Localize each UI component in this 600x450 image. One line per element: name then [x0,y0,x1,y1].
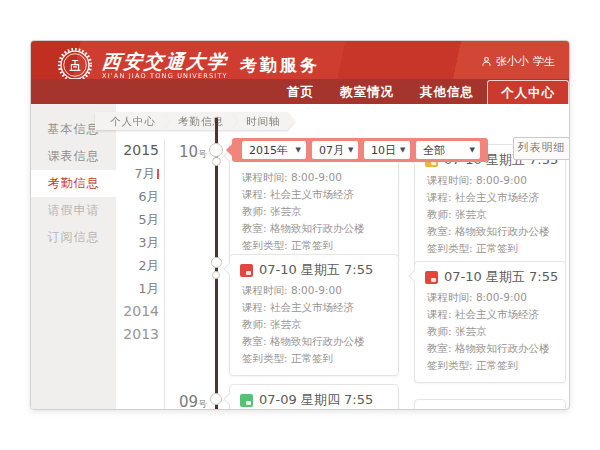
card-date-title: 07-10 星期五 7:55 [444,268,558,286]
card-fields: 课程时间: 8:00-9:00课程: 社会主义市场经济教师: 张芸京教室: 格物… [415,285,565,382]
card-field-label: 教师: [242,318,270,330]
card-field-line: 课程: 社会主义市场经济 [427,189,557,206]
timeline-scale-item[interactable]: 7月 [51,162,159,185]
card-field-label: 教师: [427,208,455,220]
card-field-label: 教师: [427,325,455,337]
app-header: 西安交通大学 XI'AN JIAO TONG UNIVERSITY 考勤服务 张… [31,41,569,104]
card-fields: 课程时间: 8:00-9:00课程: 社会主义市场经济教师: 张芸京教室: 格物… [415,168,565,265]
card-field-value: 社会主义市场经济 [455,191,539,203]
timeline-scale-item[interactable]: 6月 [51,185,159,208]
card-field-line: 签到类型: 正常签到 [242,350,390,367]
card-field-label: 教室: [242,335,270,347]
day-marker-10: 10号 [171,142,207,161]
main-nav: 首页教室情况其他信息个人中心 [31,79,569,104]
attendance-card: 07-09 星期四 7:55 课程时间: 8:00-9:00课程: 社会主义市场… [229,384,399,410]
app-title: 考勤服务 [240,54,320,77]
month-filter-dropdown[interactable]: 07月 ▼ [312,141,358,159]
card-field-value: 社会主义市场经济 [270,188,354,200]
card-field-value: 8:00-9:00 [476,174,527,186]
day-filter-dropdown[interactable]: 10日 ▼ [364,141,410,159]
card-field-line: 课程: 社会主义市场经济 [242,186,390,203]
card-field-label: 签到类型: [427,359,476,371]
timeline-scale-item[interactable]: 2013 [51,323,159,346]
timeline-scale-item[interactable]: 2月 [51,254,159,277]
timeline-dot [212,271,220,279]
attendance-card: 07-10 星期五 7:55 课程时间: 8:00-9:00课程: 社会主义市场… [414,261,566,383]
calendar-green-icon [240,394,253,407]
card-field-line: 课程时间: 8:00-9:00 [242,169,390,186]
timeline-scale-item[interactable]: 1月 [51,277,159,300]
list-detail-button[interactable]: 列表明细 [513,137,570,160]
timeline-dot [212,157,221,166]
month-filter-value: 07月 [319,143,344,158]
timeline-scale-item[interactable]: 2015 [51,139,159,162]
breadcrumb-attendance-info[interactable]: 考勤信息 [163,112,238,130]
card-field-value: 张芸京 [270,205,302,217]
attendance-app-window: 西安交通大学 XI'AN JIAO TONG UNIVERSITY 考勤服务 张… [30,40,570,410]
breadcrumb: 个人中心考勤信息时间轴 [95,112,295,130]
type-filter-value: 全部 [423,143,445,158]
card-field-value: 格物致知行政办公楼 [270,335,365,347]
card-fields: 课程时间: 8:00-9:00课程: 社会主义市场经济教师: 张芸京教室: 格物… [230,165,398,262]
attendance-card: 07-10 星期五 7:55 课程时间: 8:00-9:00课程: 社会主义市场… [414,144,566,266]
type-filter-dropdown[interactable]: 全部 ▼ [416,141,480,159]
card-field-label: 签到类型: [242,352,291,364]
card-field-line: 签到类型: 正常签到 [242,237,390,254]
card-field-value: 正常签到 [476,359,518,371]
card-field-label: 课程: [242,188,270,200]
brand-block: 西安交通大学 XI'AN JIAO TONG UNIVERSITY 考勤服务 [57,47,320,83]
card-field-value: 格物致知行政办公楼 [455,225,550,237]
card-field-value: 张芸京 [270,318,302,330]
card-field-label: 教师: [242,205,270,217]
card-field-line: 教室: 格物致知行政办公楼 [427,223,557,240]
card-field-value: 格物致知行政办公楼 [455,342,550,354]
card-field-line: 课程时间: 8:00-9:00 [427,289,557,306]
nav-tab-personal-center[interactable]: 个人中心 [487,80,569,104]
card-field-line: 教师: 张芸京 [242,203,390,220]
card-field-label: 教室: [427,225,455,237]
day-unit: 号 [198,149,207,159]
card-field-value: 8:00-9:00 [291,171,342,183]
nav-tab-classrooms[interactable]: 教室情况 [327,79,407,104]
timeline-scale-item[interactable]: 2014 [51,300,159,323]
card-field-line: 教室: 格物致知行政办公楼 [242,220,390,237]
card-field-line: 课程时间: 8:00-9:00 [242,282,390,299]
card-header: 07-10 星期五 7:55 [230,255,398,278]
timeline-dot [209,143,223,157]
card-field-line: 教室: 格物致知行政办公楼 [242,333,390,350]
day-number: 09 [179,393,198,410]
breadcrumb-personal-center[interactable]: 个人中心 [95,112,170,130]
card-field-line: 教师: 张芸京 [242,316,390,333]
calendar-red-icon [240,264,253,277]
nav-tab-home[interactable]: 首页 [274,79,327,104]
nav-tab-other-info[interactable]: 其他信息 [407,79,487,104]
timeline-scale-item[interactable]: 3月 [51,231,159,254]
attendance-card [414,399,566,410]
scale-separator-line [164,139,165,409]
breadcrumb-timeline[interactable]: 时间轴 [231,112,295,130]
card-field-value: 正常签到 [476,242,518,254]
card-field-value: 格物致知行政办公楼 [270,222,365,234]
day-marker-09: 09号 [171,392,207,410]
user-info[interactable]: 张小小 学生 [481,54,555,69]
card-header: 07-09 星期四 7:55 [230,385,398,408]
timeline-scale-item[interactable]: 5月 [51,208,159,231]
attendance-card: 07-10 星期五 7:55 课程时间: 8:00-9:00课程: 社会主义市场… [229,254,399,376]
year-filter-dropdown[interactable]: 2015年 ▼ [242,141,306,159]
chevron-down-icon: ▼ [348,146,353,154]
card-field-label: 课程时间: [427,291,476,303]
card-date-title: 07-09 星期四 7:55 [259,391,373,409]
card-field-line: 教师: 张芸京 [427,323,557,340]
card-header: 07-10 星期五 7:55 [415,262,565,285]
card-field-label: 教室: [242,222,270,234]
card-field-label: 签到类型: [242,239,291,251]
card-header [415,400,565,410]
timeline-dot [210,393,222,405]
filter-bar: 2015年 ▼ 07月 ▼ 10日 ▼ 全部 ▼ [232,138,488,162]
day-unit: 号 [198,399,207,409]
card-field-label: 课程: [427,191,455,203]
card-field-value: 张芸京 [455,208,487,220]
card-field-line: 课程: 社会主义市场经济 [242,299,390,316]
card-field-label: 签到类型: [427,242,476,254]
card-field-value: 8:00-9:00 [476,291,527,303]
